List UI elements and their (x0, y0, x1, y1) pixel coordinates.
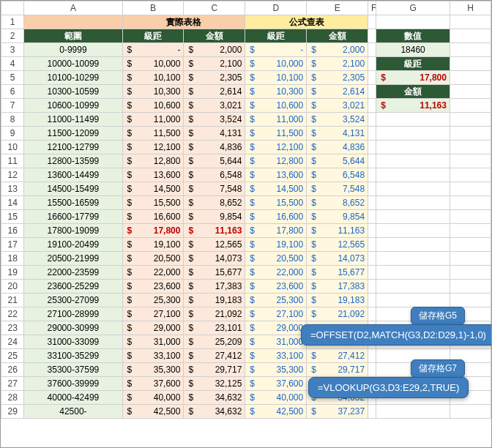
step-cell-formula[interactable]: 37,600 (245, 377, 307, 391)
step-cell-formula[interactable]: 15,500 (245, 196, 307, 210)
row-header[interactable]: 3 (1, 43, 24, 57)
step-cell[interactable]: 29,000 (122, 321, 184, 335)
cell[interactable] (450, 294, 491, 307)
step-cell[interactable]: 42,500 (122, 405, 184, 419)
amount-cell-formula[interactable]: 3,021 (307, 99, 368, 113)
amount-cell[interactable]: 29,717 (184, 363, 245, 377)
range-cell[interactable]: 14500-15499 (24, 182, 122, 196)
step-cell[interactable]: 11,000 (122, 113, 184, 127)
cell[interactable] (368, 280, 376, 294)
cell[interactable] (368, 196, 376, 210)
step-cell[interactable]: 10,600 (122, 99, 184, 113)
step-cell[interactable]: 20,500 (122, 252, 184, 266)
range-cell[interactable]: 10300-10599 (24, 85, 122, 99)
range-cell[interactable]: 40000-42499 (24, 391, 122, 405)
amount-cell[interactable]: 5,644 (184, 154, 245, 168)
step-cell-formula[interactable]: 40,000 (245, 391, 307, 405)
col-header[interactable]: F (368, 1, 376, 15)
amount-cell-formula[interactable]: 2,614 (307, 85, 368, 99)
range-cell[interactable]: 35300-37599 (24, 363, 122, 377)
cell[interactable] (376, 113, 450, 127)
range-cell[interactable]: 22000-23599 (24, 266, 122, 280)
cell[interactable] (450, 141, 491, 154)
cell[interactable] (368, 238, 376, 252)
corner-cell[interactable] (1, 1, 24, 15)
amount-cell-formula[interactable]: 3,524 (307, 113, 368, 127)
range-cell[interactable]: 25300-27099 (24, 294, 122, 307)
amount-cell-formula[interactable]: 21,092 (307, 307, 368, 321)
cell[interactable] (368, 71, 376, 85)
amount-cell-formula[interactable]: 15,677 (307, 266, 368, 280)
amount-cell[interactable]: 27,412 (184, 349, 245, 363)
range-cell[interactable]: 19100-20499 (24, 238, 122, 252)
step-cell[interactable]: 31,000 (122, 335, 184, 349)
header-step[interactable]: 級距 (122, 29, 184, 43)
step-cell-formula[interactable]: 35,300 (245, 363, 307, 377)
row-header[interactable]: 10 (1, 141, 24, 154)
range-cell[interactable]: 16600-17799 (24, 210, 122, 224)
cell[interactable] (368, 154, 376, 168)
cell[interactable] (376, 15, 450, 29)
range-cell[interactable]: 17800-19099 (24, 224, 122, 238)
step-cell-formula[interactable]: 27,100 (245, 307, 307, 321)
step-cell-formula[interactable]: 16,600 (245, 210, 307, 224)
step-cell[interactable]: 23,600 (122, 280, 184, 294)
cell[interactable] (376, 210, 450, 224)
amount-cell-formula[interactable]: 8,652 (307, 196, 368, 210)
amount-cell-formula[interactable]: 12,565 (307, 238, 368, 252)
step-cell-formula[interactable]: 19,100 (245, 238, 307, 252)
amount-cell[interactable]: 15,677 (184, 266, 245, 280)
amount-cell[interactable]: 4,836 (184, 141, 245, 154)
step-cell[interactable]: 17,800 (122, 224, 184, 238)
amount-cell-formula[interactable]: 5,644 (307, 154, 368, 168)
amount-cell[interactable]: 14,073 (184, 252, 245, 266)
amount-cell[interactable]: 2,000 (184, 43, 245, 57)
amount-cell-formula[interactable]: 19,183 (307, 294, 368, 307)
row-header[interactable]: 14 (1, 196, 24, 210)
step-cell[interactable]: 10,000 (122, 57, 184, 71)
row-header[interactable]: 26 (1, 363, 24, 377)
row-header[interactable]: 13 (1, 182, 24, 196)
cell[interactable] (368, 182, 376, 196)
amount-value-cell[interactable]: 11,163 (376, 99, 450, 113)
range-cell[interactable]: 33100-35299 (24, 349, 122, 363)
row-header[interactable]: 1 (1, 15, 24, 29)
cell[interactable] (368, 99, 376, 113)
range-cell[interactable]: 10000-10099 (24, 57, 122, 71)
cell[interactable] (368, 43, 376, 57)
amount-cell[interactable]: 6,548 (184, 168, 245, 182)
col-header[interactable]: E (307, 1, 368, 15)
cell[interactable] (450, 127, 491, 141)
step-cell-formula[interactable]: 23,600 (245, 280, 307, 294)
step-cell[interactable]: 11,500 (122, 127, 184, 141)
amount-cell-formula[interactable]: 2,000 (307, 43, 368, 57)
amount-cell[interactable]: 9,854 (184, 210, 245, 224)
amount-cell-formula[interactable]: 29,717 (307, 363, 368, 377)
cell[interactable] (376, 224, 450, 238)
amount-cell-formula[interactable]: 11,163 (307, 224, 368, 238)
cell[interactable] (450, 266, 491, 280)
range-cell[interactable]: 0-9999 (24, 43, 122, 57)
step-cell-formula[interactable]: 12,800 (245, 154, 307, 168)
cell[interactable] (450, 85, 491, 99)
row-header[interactable]: 7 (1, 99, 24, 113)
cell[interactable] (450, 168, 491, 182)
step-cell[interactable]: 25,300 (122, 294, 184, 307)
cell[interactable] (368, 85, 376, 99)
row-header[interactable]: 17 (1, 238, 24, 252)
amount-cell-formula[interactable]: 9,854 (307, 210, 368, 224)
row-header[interactable]: 6 (1, 85, 24, 99)
col-header[interactable]: G (376, 1, 450, 15)
range-cell[interactable]: 20500-21999 (24, 252, 122, 266)
row-header[interactable]: 2 (1, 29, 24, 43)
cell[interactable] (450, 29, 491, 43)
col-header[interactable]: A (24, 1, 122, 15)
col-header[interactable]: B (122, 1, 184, 15)
amount-cell[interactable]: 3,524 (184, 113, 245, 127)
step-cell[interactable]: 19,100 (122, 238, 184, 252)
cell[interactable] (368, 349, 376, 363)
range-cell[interactable]: 42500- (24, 405, 122, 419)
amount-cell[interactable]: 19,183 (184, 294, 245, 307)
cell[interactable] (376, 168, 450, 182)
step-cell-formula[interactable]: 33,100 (245, 349, 307, 363)
